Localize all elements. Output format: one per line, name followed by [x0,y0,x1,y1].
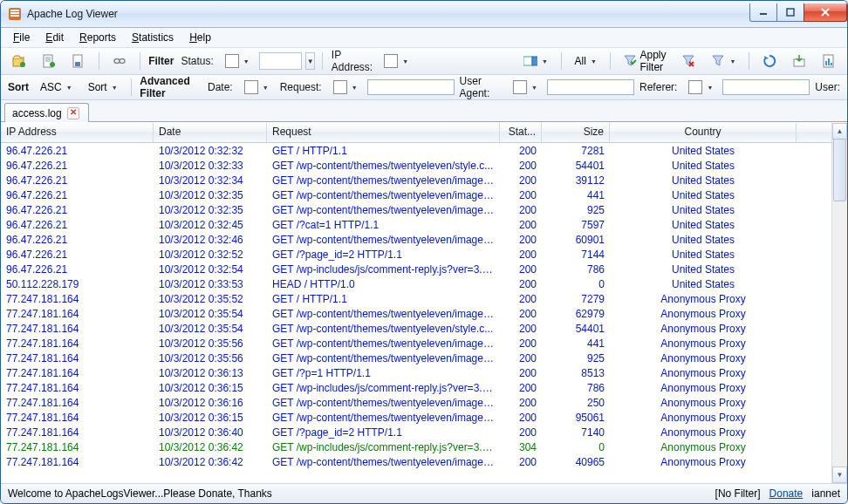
table-row[interactable]: 96.47.226.2110/3/2012 0:32:32GET / HTTP/… [1,143,831,158]
table-row[interactable]: 96.47.226.2110/3/2012 0:32:45GET /?cat=1… [1,217,831,232]
table-row[interactable]: 77.247.181.16410/3/2012 0:36:15GET /wp-i… [1,380,831,395]
cell-status: 200 [500,219,542,231]
colorbox-icon [688,80,702,94]
cell-status: 200 [500,234,542,246]
cell-status: 304 [500,441,542,453]
cell-size: 7279 [542,293,610,305]
sort-asc-button[interactable]: ASC▼ [34,77,79,98]
status-dropdown-arrow[interactable]: ▼ [305,52,315,70]
sort-column-button[interactable]: Sort▼ [82,77,124,98]
tab-close-icon[interactable]: ✕ [67,107,79,119]
table-row[interactable]: 50.112.228.17910/3/2012 0:33:53HEAD / HT… [1,276,831,291]
table-row[interactable]: 96.47.226.2110/3/2012 0:32:33GET /wp-con… [1,158,831,173]
cell-date: 10/3/2012 0:36:42 [154,441,267,453]
table-row[interactable]: 77.247.181.16410/3/2012 0:35:54GET /wp-c… [1,321,831,336]
menu-statistics[interactable]: Statistics [125,30,181,45]
status-dropdown[interactable] [259,52,302,70]
refresh-button[interactable] [36,51,62,72]
cell-country: Anonymous Proxy [610,456,797,468]
col-ip[interactable]: IP Address [1,123,154,142]
request-picker[interactable]: ▼ [327,77,364,98]
referer-input[interactable] [722,79,810,95]
cell-ip: 50.112.228.179 [1,278,154,290]
table-row[interactable]: 77.247.181.16410/3/2012 0:35:56GET /wp-c… [1,351,831,365]
table-row[interactable]: 77.247.181.16410/3/2012 0:35:56GET /wp-c… [1,336,831,351]
ip-color-picker[interactable]: ▼ [378,51,414,72]
cell-request: GET /wp-content/themes/twentyeleven/imag… [267,397,500,409]
scroll-thumb[interactable] [833,139,846,201]
cell-date: 10/3/2012 0:35:56 [154,337,267,350]
svg-rect-11 [75,62,80,66]
apply-filter-button[interactable]: Apply Filter [617,51,672,72]
date-picker[interactable]: ▼ [238,77,275,98]
request-input[interactable] [367,79,455,95]
table-row[interactable]: 77.247.181.16410/3/2012 0:36:13GET /?p=1… [1,365,831,380]
table-row[interactable]: 77.247.181.16410/3/2012 0:35:52GET / HTT… [1,291,831,306]
table-row[interactable]: 77.247.181.16410/3/2012 0:36:42GET /wp-c… [1,454,831,469]
cell-status: 200 [500,145,542,157]
open-icon [12,54,26,68]
cell-request: GET /?p=1 HTTP/1.1 [267,367,500,379]
table-row[interactable]: 77.247.181.16410/3/2012 0:36:15GET /wp-c… [1,410,831,425]
table-row[interactable]: 96.47.226.2110/3/2012 0:32:52GET /?page_… [1,247,831,262]
table-row[interactable]: 77.247.181.16410/3/2012 0:35:54GET /wp-c… [1,306,831,321]
table-row[interactable]: 96.47.226.2110/3/2012 0:32:34GET /wp-con… [1,173,831,187]
clear-filter-button[interactable] [675,51,701,72]
maximize-button[interactable] [776,3,804,22]
referer-picker[interactable]: ▼ [682,77,719,98]
menu-help[interactable]: Help [182,30,218,45]
save-button[interactable] [65,51,92,72]
filter-settings-button[interactable]: ▼ [705,51,742,72]
table-row[interactable]: 77.247.181.16410/3/2012 0:36:16GET /wp-c… [1,395,831,410]
colorbox-icon [384,54,398,68]
scroll-up-icon[interactable]: ▲ [832,123,847,140]
referer-label: Referer: [638,81,679,93]
cell-status: 200 [500,367,542,379]
table-row[interactable]: 77.247.181.16410/3/2012 0:36:42GET /wp-i… [1,439,831,454]
cell-date: 10/3/2012 0:36:40 [154,426,267,439]
report-button[interactable] [816,51,842,72]
menu-file[interactable]: File [6,30,37,45]
minimize-button[interactable] [749,3,777,22]
useragent-label: User Agent: [458,75,504,99]
cell-ip: 77.247.181.164 [1,412,154,424]
table-row[interactable]: 77.247.181.16410/3/2012 0:36:40GET /?pag… [1,425,831,439]
col-size[interactable]: Size [542,123,610,142]
close-button[interactable] [804,3,847,22]
col-country[interactable]: Country [610,123,797,142]
table-row[interactable]: 96.47.226.2110/3/2012 0:32:54GET /wp-inc… [1,262,831,276]
titlebar[interactable]: Apache Log Viewer [1,1,847,28]
tab-accesslog[interactable]: access.log ✕ [4,103,89,122]
svg-rect-1 [10,10,19,11]
col-date[interactable]: Date [154,123,267,142]
col-status[interactable]: Stat... [500,123,542,142]
vertical-scrollbar[interactable]: ▲ ▼ [831,123,847,483]
cell-size: 54401 [542,160,610,172]
grid-body[interactable]: 96.47.226.2110/3/2012 0:32:32GET / HTTP/… [1,143,831,483]
cell-country: United States [610,204,797,216]
cell-ip: 77.247.181.164 [1,293,154,305]
table-row[interactable]: 96.47.226.2110/3/2012 0:32:35GET /wp-con… [1,202,831,217]
export-button[interactable] [786,51,812,72]
useragent-picker[interactable]: ▼ [507,77,544,98]
table-row[interactable]: 96.47.226.2110/3/2012 0:32:35GET /wp-con… [1,187,831,202]
menu-edit[interactable]: Edit [38,30,71,45]
menu-reports[interactable]: Reports [72,30,123,45]
cell-ip: 77.247.181.164 [1,352,154,364]
open-button[interactable] [6,51,32,72]
table-row[interactable]: 96.47.226.2110/3/2012 0:32:46GET /wp-con… [1,232,831,247]
reload-button[interactable] [756,51,783,72]
date-range-button[interactable]: ▼ [517,51,554,72]
status-color-picker[interactable]: ▼ [219,51,256,72]
all-button[interactable]: All▼ [569,51,603,72]
cell-request: GET /?cat=1 HTTP/1.1 [267,219,500,231]
donate-link[interactable]: Donate [769,487,804,500]
date-label: Date: [206,81,235,93]
scroll-down-icon[interactable]: ▼ [832,467,847,483]
link-button[interactable] [106,51,133,72]
cell-ip: 77.247.181.164 [1,441,154,453]
cell-status: 200 [500,278,542,290]
cell-request: GET /wp-content/themes/twentyeleven/imag… [267,412,500,424]
col-request[interactable]: Request [267,123,500,142]
useragent-input[interactable] [547,79,634,95]
